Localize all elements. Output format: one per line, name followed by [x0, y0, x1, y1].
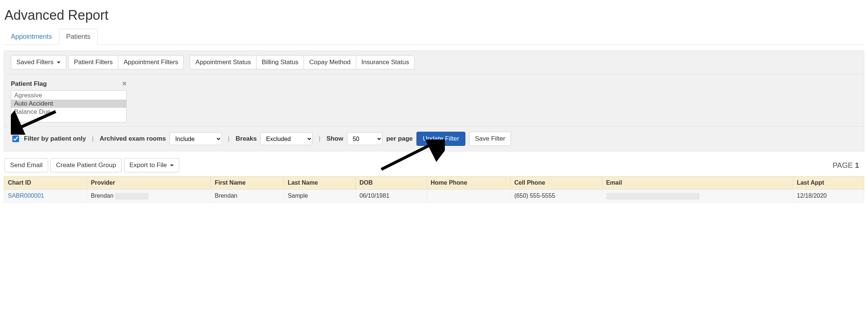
cell-cell-phone: (650) 555-5555	[510, 190, 602, 203]
cell-provider: Brendan	[87, 190, 211, 203]
table-row[interactable]: SABR000001 Brendan Brendan Sample 06/10/…	[4, 190, 864, 203]
tab-appointments-link[interactable]: Appointments	[4, 29, 59, 45]
saved-filters-label: Saved Filters	[16, 59, 53, 66]
send-email-button[interactable]: Send Email	[4, 158, 48, 172]
appointment-filters-button[interactable]: Appointment Filters	[118, 55, 184, 69]
show-label: Show	[326, 135, 343, 143]
separator: |	[92, 135, 93, 143]
patient-flag-label: Patient Flag	[11, 80, 47, 88]
cell-email	[602, 190, 793, 203]
flag-option-balance-due[interactable]: Balance Due	[11, 108, 126, 116]
col-last-name[interactable]: Last Name	[284, 176, 356, 190]
actions-row: Send Email Create Patient Group Export t…	[4, 157, 864, 174]
status-buttons-group: Appointment Status Billing Status Copay …	[190, 55, 415, 69]
patient-flag-listbox[interactable]: Agressive Auto Accident Balance Due	[11, 90, 127, 122]
separator: |	[319, 135, 320, 143]
page-title: Advanced Report	[4, 7, 864, 23]
col-last-appt[interactable]: Last Appt	[793, 176, 864, 190]
cell-home-phone	[427, 190, 510, 203]
create-patient-group-button[interactable]: Create Patient Group	[50, 158, 122, 172]
filter-options-bar: Filter by patient only | Archived exam r…	[4, 126, 864, 151]
per-page-label: per page	[386, 135, 413, 143]
filter-by-patient-only-label: Filter by patient only	[24, 135, 86, 143]
archived-exam-rooms-label: Archived exam rooms	[100, 135, 166, 143]
export-to-file-label: Export to File	[130, 162, 167, 169]
col-email[interactable]: Email	[602, 176, 793, 190]
table-header-row: Chart ID Provider First Name Last Name D…	[4, 176, 864, 190]
col-chart-id[interactable]: Chart ID	[4, 176, 87, 190]
tab-bar: Appointments Patients	[4, 29, 864, 45]
col-cell-phone[interactable]: Cell Phone	[510, 176, 602, 190]
tab-patients[interactable]: Patients	[59, 29, 97, 45]
redacted-block	[606, 193, 700, 200]
save-filter-button[interactable]: Save Filter	[469, 132, 511, 146]
cell-first-name: Brendan	[211, 190, 283, 203]
tab-patients-link[interactable]: Patients	[59, 29, 97, 45]
copay-method-button[interactable]: Copay Method	[304, 55, 356, 69]
chart-id-link[interactable]: SABR000001	[8, 192, 44, 199]
cell-dob: 06/10/1981	[356, 190, 427, 203]
page-indicator: PAGE 1	[833, 161, 864, 170]
saved-filters-dropdown[interactable]: Saved Filters	[11, 55, 66, 69]
filter-by-patient-only-checkbox[interactable]	[12, 135, 19, 142]
filter-buttons-group: Patient Filters Appointment Filters	[68, 55, 184, 69]
insurance-status-button[interactable]: Insurance Status	[356, 55, 415, 69]
tab-appointments[interactable]: Appointments	[4, 29, 59, 45]
separator: |	[228, 135, 229, 143]
results-table: Chart ID Provider First Name Last Name D…	[4, 176, 864, 203]
patient-flag-section: Patient Flag × Agressive Auto Accident B…	[4, 74, 864, 126]
col-first-name[interactable]: First Name	[211, 176, 283, 190]
redacted-block	[115, 193, 149, 200]
filter-toolbar-panel: Saved Filters Patient Filters Appointmen…	[4, 50, 864, 74]
update-filter-button[interactable]: Update Filter	[416, 132, 465, 146]
show-per-page-select[interactable]: 50	[347, 132, 382, 145]
appointment-status-button[interactable]: Appointment Status	[190, 55, 256, 69]
patient-filters-button[interactable]: Patient Filters	[68, 55, 118, 69]
export-to-file-dropdown[interactable]: Export to File	[124, 158, 180, 172]
close-icon[interactable]: ×	[122, 79, 127, 88]
flag-option-aggressive[interactable]: Agressive	[11, 91, 126, 100]
cell-last-appt: 12/18/2020	[793, 190, 864, 203]
col-dob[interactable]: DOB	[356, 176, 427, 190]
flag-option-auto-accident[interactable]: Auto Accident	[11, 100, 126, 108]
col-provider[interactable]: Provider	[87, 176, 211, 190]
billing-status-button[interactable]: Billing Status	[256, 55, 304, 69]
col-home-phone[interactable]: Home Phone	[427, 176, 510, 190]
chevron-down-icon	[57, 62, 61, 63]
breaks-label: Breaks	[236, 135, 257, 143]
chevron-down-icon	[170, 165, 174, 166]
cell-last-name: Sample	[284, 190, 356, 203]
archived-exam-rooms-select[interactable]: Include	[170, 132, 222, 145]
breaks-select[interactable]: Excluded	[260, 132, 313, 145]
